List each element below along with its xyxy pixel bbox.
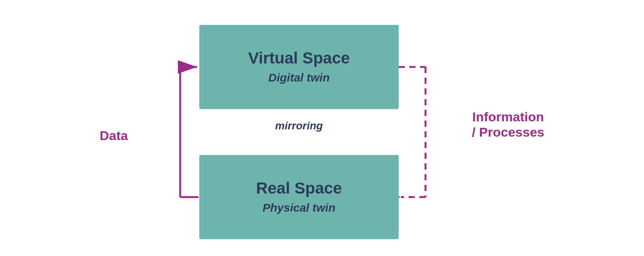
virtual-space-title: Virtual Space — [248, 49, 350, 67]
info-line2: / Processes — [472, 125, 544, 139]
real-space-title: Real Space — [256, 179, 342, 197]
info-line1: Information — [472, 109, 544, 124]
virtual-space-subtitle: Digital twin — [268, 71, 330, 84]
virtual-space-box: Virtual Space Digital twin — [199, 25, 399, 109]
diagram-container: Virtual Space Digital twin Real Space Ph… — [92, 17, 552, 239]
data-label: Data — [100, 128, 128, 143]
mirroring-label: mirroring — [199, 120, 399, 132]
information-processes-label: Information / Processes — [472, 109, 544, 140]
real-space-subtitle: Physical twin — [263, 201, 335, 214]
real-space-box: Real Space Physical twin — [199, 155, 399, 239]
